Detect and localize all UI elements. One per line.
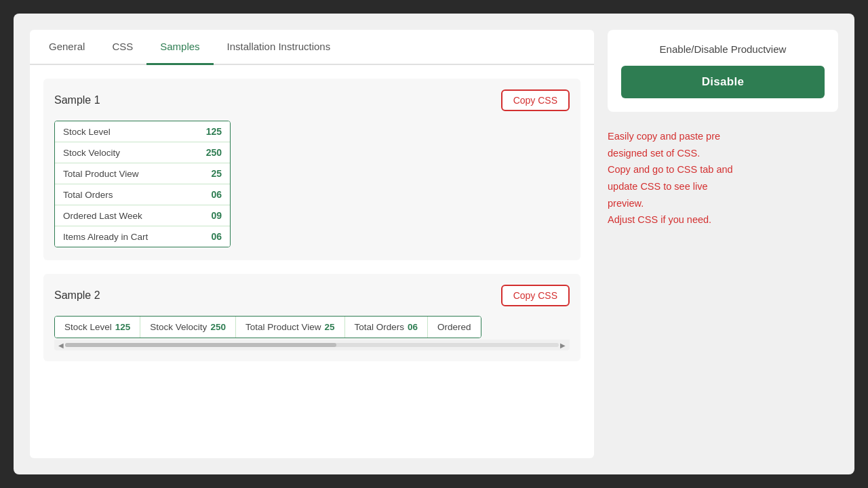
s2-stock-level-label: Stock Level [64,322,112,332]
ordered-last-week-value: 09 [211,210,222,221]
left-panel: General CSS Samples Installation Instruc… [30,30,594,458]
sample1-header: Sample 1 Copy CSS [54,89,570,111]
sample1-table: Stock Level 125 Stock Velocity 250 Total… [54,121,231,247]
right-panel: Enable/Disable Productview Disable Easil… [608,30,838,458]
sample2-cell-ordered: Ordered [428,317,481,338]
sample2-table: Stock Level 125 Stock Velocity 250 Total… [54,316,481,338]
stock-velocity-value: 250 [206,147,222,158]
scrollbar-thumb[interactable] [65,343,336,347]
s2-total-orders-value: 06 [408,322,418,332]
stock-velocity-label: Stock Velocity [63,148,120,158]
table-row: Stock Level 125 [55,121,230,142]
tab-general[interactable]: General [35,30,98,65]
horizontal-scrollbar[interactable]: ◀ ▶ [54,340,570,350]
table-row: Ordered Last Week 09 [55,205,230,226]
sample2-title: Sample 2 [54,289,100,302]
sample2-cell-total-product-view: Total Product View 25 [236,317,345,338]
annotation-line1: Easily copy and paste pre [608,131,720,142]
annotation-line6: Adjust CSS if you need. [608,214,711,225]
sample1-copy-css-button[interactable]: Copy CSS [501,89,570,111]
s2-total-orders-label: Total Orders [355,322,405,332]
s2-stock-level-value: 125 [115,322,131,332]
table-row: Total Product View 25 [55,163,230,184]
sample2-header: Sample 2 Copy CSS [54,285,570,306]
table-row: Total Orders 06 [55,184,230,205]
main-content: Sample 1 Copy CSS Stock Level 125 Stock … [30,65,594,388]
sample2-scroll-wrapper[interactable]: Stock Level 125 Stock Velocity 250 Total… [54,316,570,350]
scrollbar-track[interactable] [65,343,559,347]
sample1-title: Sample 1 [54,94,100,106]
sample2-copy-css-button[interactable]: Copy CSS [501,285,570,306]
total-product-view-value: 25 [211,168,222,179]
annotation-text: Easily copy and paste pre designed set o… [608,123,838,234]
tab-bar: General CSS Samples Installation Instruc… [30,30,594,65]
sample2-cell-total-orders: Total Orders 06 [345,317,429,338]
enable-disable-title: Enable/Disable Productview [621,43,825,55]
stock-level-value: 125 [206,126,222,137]
scroll-right-icon[interactable]: ▶ [559,342,567,349]
ordered-last-week-label: Ordered Last Week [63,211,142,221]
annotation-line3: Copy and go to CSS tab and [608,164,733,175]
s2-stock-velocity-value: 250 [210,322,226,332]
table-row: Stock Velocity 250 [55,142,230,163]
sample2-card: Sample 2 Copy CSS Stock Level 125 Stock … [43,274,580,361]
enable-disable-card: Enable/Disable Productview Disable [608,30,838,112]
total-orders-label: Total Orders [63,190,113,200]
s2-ordered-label: Ordered [437,322,471,332]
annotation-line2: designed set of CSS. [608,148,700,159]
annotation-line5: preview. [608,198,644,209]
items-in-cart-label: Items Already in Cart [63,232,148,242]
tab-installation[interactable]: Installation Instructions [214,30,344,65]
s2-total-product-view-value: 25 [324,322,334,332]
total-orders-value: 06 [211,189,222,200]
scroll-left-icon[interactable]: ◀ [57,342,65,349]
sample1-card: Sample 1 Copy CSS Stock Level 125 Stock … [43,79,580,260]
annotation-area: Easily copy and paste pre designed set o… [608,123,838,234]
s2-total-product-view-label: Total Product View [245,322,321,332]
sample2-cell-stock-velocity: Stock Velocity 250 [140,317,236,338]
items-in-cart-value: 06 [211,231,222,242]
tab-css[interactable]: CSS [98,30,146,65]
table-row: Items Already in Cart 06 [55,226,230,247]
total-product-view-label: Total Product View [63,169,139,179]
s2-stock-velocity-label: Stock Velocity [150,322,207,332]
stock-level-label: Stock Level [63,127,111,137]
disable-button[interactable]: Disable [621,66,825,98]
sample2-cell-stock-level: Stock Level 125 [55,317,140,338]
annotation-line4: update CSS to see live [608,181,708,192]
tab-samples[interactable]: Samples [146,30,213,65]
